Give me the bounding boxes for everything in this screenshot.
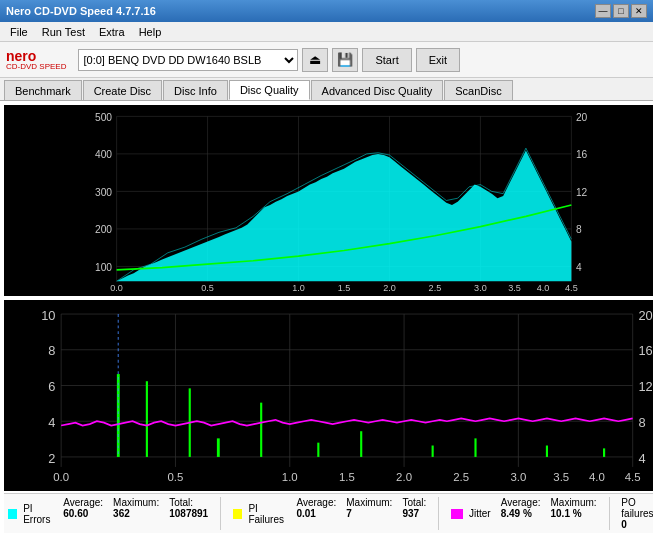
svg-rect-33 (4, 303, 653, 489)
svg-text:1.5: 1.5 (339, 471, 355, 483)
jitter-avg: Average: 8.49 % (501, 497, 541, 530)
bottom-chart: 10 8 6 4 2 20 16 12 8 4 0.0 0.5 1.0 1.5 … (4, 300, 653, 491)
menu-help[interactable]: Help (133, 25, 168, 39)
svg-text:8: 8 (638, 415, 645, 430)
svg-text:200: 200 (95, 224, 112, 235)
minimize-button[interactable]: — (595, 4, 611, 18)
po-failures-stats: PO failures: 0 (621, 497, 653, 530)
main-content: 500 400 300 200 100 20 16 12 8 4 0.0 0.5… (0, 101, 653, 536)
svg-text:500: 500 (95, 112, 112, 123)
svg-text:16: 16 (576, 149, 588, 160)
svg-text:3.0: 3.0 (510, 471, 526, 483)
svg-text:20: 20 (576, 112, 588, 123)
svg-text:3.0: 3.0 (474, 283, 487, 293)
svg-text:1.0: 1.0 (292, 283, 305, 293)
svg-text:0.5: 0.5 (168, 471, 184, 483)
pi-failures-color (233, 509, 243, 519)
bottom-chart-svg: 10 8 6 4 2 20 16 12 8 4 0.0 0.5 1.0 1.5 … (4, 300, 653, 491)
tab-bar: Benchmark Create Disc Disc Info Disc Qua… (0, 78, 653, 101)
svg-text:3.5: 3.5 (508, 283, 521, 293)
jitter-max: Maximum: 10.1 % (550, 497, 596, 530)
title-bar: Nero CD-DVD Speed 4.7.7.16 — □ ✕ (0, 0, 653, 22)
svg-text:0.5: 0.5 (201, 283, 214, 293)
svg-text:3.5: 3.5 (553, 471, 569, 483)
exit-button[interactable]: Exit (416, 48, 460, 72)
svg-text:4.0: 4.0 (589, 471, 605, 483)
eject-button[interactable]: ⏏ (302, 48, 328, 72)
pi-errors-color (8, 509, 17, 519)
pi-errors-max: Maximum: 362 (113, 497, 159, 530)
jitter-stats: Jitter Average: 8.49 % Maximum: 10.1 % (451, 497, 597, 530)
drive-selector[interactable]: [0:0] BENQ DVD DD DW1640 BSLB (78, 49, 298, 71)
svg-text:6: 6 (48, 379, 55, 394)
menu-file[interactable]: File (4, 25, 34, 39)
svg-text:8: 8 (48, 343, 55, 358)
toolbar: nero CD-DVD SPEED [0:0] BENQ DVD DD DW16… (0, 42, 653, 78)
svg-text:4.0: 4.0 (537, 283, 550, 293)
tab-create-disc[interactable]: Create Disc (83, 80, 162, 100)
svg-text:2.5: 2.5 (453, 471, 469, 483)
stats-row: PI Errors Average: 60.60 Maximum: 362 To… (4, 493, 653, 533)
tab-advanced-disc-quality[interactable]: Advanced Disc Quality (311, 80, 444, 100)
pi-errors-label: PI Errors (23, 503, 53, 525)
jitter-label: Jitter (469, 508, 491, 519)
pi-errors-avg: Average: 60.60 (63, 497, 103, 530)
tab-scandisc[interactable]: ScanDisc (444, 80, 512, 100)
svg-text:2.0: 2.0 (383, 283, 396, 293)
nero-brand: nero (6, 49, 66, 63)
cdspeed-brand: CD-DVD SPEED (6, 63, 66, 71)
jitter-color (451, 509, 463, 519)
app-title: Nero CD-DVD Speed 4.7.7.16 (6, 5, 595, 17)
svg-text:4: 4 (48, 415, 55, 430)
svg-text:20: 20 (638, 308, 652, 323)
menu-runtest[interactable]: Run Test (36, 25, 91, 39)
close-button[interactable]: ✕ (631, 4, 647, 18)
svg-text:100: 100 (95, 262, 112, 273)
svg-text:4.5: 4.5 (565, 283, 578, 293)
svg-text:8: 8 (576, 224, 582, 235)
pi-errors-total: Total: 1087891 (169, 497, 208, 530)
top-chart: 500 400 300 200 100 20 16 12 8 4 0.0 0.5… (4, 105, 653, 296)
pi-failures-avg: Average: 0.01 (296, 497, 336, 530)
start-button[interactable]: Start (362, 48, 411, 72)
svg-text:1.0: 1.0 (282, 471, 298, 483)
svg-text:10: 10 (41, 308, 55, 323)
svg-text:300: 300 (95, 187, 112, 198)
menu-bar: File Run Test Extra Help (0, 22, 653, 42)
svg-text:2.5: 2.5 (429, 283, 442, 293)
window-controls: — □ ✕ (595, 4, 647, 18)
svg-text:4: 4 (576, 262, 582, 273)
pi-errors-stats: PI Errors Average: 60.60 Maximum: 362 To… (8, 497, 208, 530)
svg-text:4.5: 4.5 (625, 471, 641, 483)
pi-failures-stats: PI Failures Average: 0.01 Maximum: 7 Tot… (233, 497, 426, 530)
pi-failures-label: PI Failures (248, 503, 286, 525)
pi-failures-total: Total: 937 (402, 497, 426, 530)
chart-area: 500 400 300 200 100 20 16 12 8 4 0.0 0.5… (0, 101, 653, 536)
svg-text:2.0: 2.0 (396, 471, 412, 483)
nero-logo: nero CD-DVD SPEED (6, 49, 66, 71)
maximize-button[interactable]: □ (613, 4, 629, 18)
svg-text:12: 12 (576, 187, 588, 198)
svg-text:2: 2 (48, 451, 55, 466)
svg-text:12: 12 (638, 379, 652, 394)
tab-disc-quality[interactable]: Disc Quality (229, 80, 310, 100)
tab-benchmark[interactable]: Benchmark (4, 80, 82, 100)
pi-failures-max: Maximum: 7 (346, 497, 392, 530)
menu-extra[interactable]: Extra (93, 25, 131, 39)
tab-disc-info[interactable]: Disc Info (163, 80, 228, 100)
svg-text:16: 16 (638, 343, 652, 358)
save-button[interactable]: 💾 (332, 48, 358, 72)
svg-text:400: 400 (95, 149, 112, 160)
svg-text:1.5: 1.5 (338, 283, 351, 293)
svg-text:0.0: 0.0 (53, 471, 69, 483)
svg-text:0.0: 0.0 (110, 283, 123, 293)
svg-text:4: 4 (638, 451, 645, 466)
top-chart-svg: 500 400 300 200 100 20 16 12 8 4 0.0 0.5… (4, 105, 653, 296)
